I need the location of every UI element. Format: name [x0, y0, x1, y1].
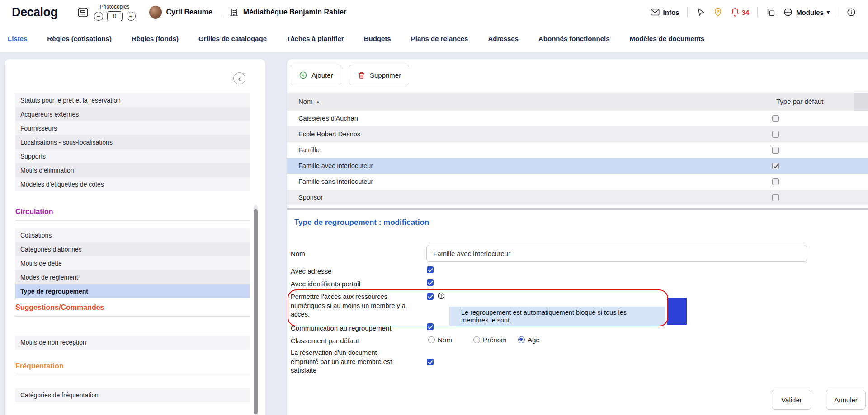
sidebar-section-frequentation: Fréquentation: [15, 362, 250, 370]
tab-grilles-de-catalogage[interactable]: Grilles de catalogage: [198, 35, 267, 42]
type-par-defaut-checkbox[interactable]: [772, 115, 779, 122]
classement-radio-nom-label[interactable]: Nom: [438, 336, 452, 344]
delete-button[interactable]: Supprimer: [349, 65, 409, 85]
annuler-button[interactable]: Annuler: [826, 390, 866, 410]
table-body: Caissières d'Auchan Ecole Robert Desnos …: [287, 111, 868, 205]
table-row-selected[interactable]: Famille avec interlocuteur: [287, 158, 868, 174]
type-par-defaut-checkbox[interactable]: [772, 147, 779, 154]
tab-modeles-de-documents[interactable]: Modèles de documents: [630, 35, 705, 42]
tab-adresses[interactable]: Adresses: [488, 35, 519, 42]
sidebar-item-supports[interactable]: Supports: [15, 149, 250, 163]
sidebar-scrollbar-thumb[interactable]: [254, 209, 258, 414]
acces-ressources-checkbox[interactable]: [427, 293, 434, 300]
table-row[interactable]: Famille: [287, 142, 868, 158]
tab-abonnes-fonctionnels[interactable]: Abonnés fonctionnels: [538, 35, 610, 42]
sidebar-item-localisations[interactable]: Localisations - sous-localisations: [15, 135, 250, 149]
tab-listes[interactable]: Listes: [8, 35, 27, 42]
photocopies-plus-button[interactable]: +: [127, 12, 136, 21]
table-row[interactable]: Famille sans interlocuteur: [287, 174, 868, 190]
user-name: Cyril Beaume: [166, 8, 212, 16]
sidebar-item-motifs-de-dette[interactable]: Motifs de dette: [15, 256, 250, 270]
sidebar-item-modeles-etiquettes[interactable]: Modèles d'étiquettes de cotes: [15, 177, 250, 191]
library-selector[interactable]: Médiathèque Benjamin Rabier: [229, 7, 347, 17]
sidebar-section-circulation: Circulation: [15, 208, 250, 216]
horizontal-scrollbar[interactable]: [287, 208, 868, 210]
chevron-down-icon: ▾: [827, 9, 830, 15]
topbar: Decalog Photocopies − 0 + Cyril Beaume M…: [0, 0, 868, 24]
photocopies-widget: Photocopies − 0 +: [77, 4, 136, 21]
photocopies-minus-button[interactable]: −: [94, 12, 103, 21]
modules-icon: [783, 7, 793, 17]
collapse-sidebar-button[interactable]: ‹: [233, 72, 245, 84]
classement-radio-prenom[interactable]: [473, 336, 480, 343]
row-nom: Sponsor: [287, 194, 323, 201]
row-nom: Famille: [287, 146, 320, 154]
topbar-actions: Infos 34 Modules ▾: [650, 7, 856, 17]
tab-taches-a-planifier[interactable]: Tâches à planifier: [287, 35, 344, 42]
tab-plans-de-relances[interactable]: Plans de relances: [411, 35, 468, 42]
building-icon: [229, 7, 239, 17]
reservation-checkbox[interactable]: [427, 359, 434, 365]
row-nom: Caissières d'Auchan: [287, 115, 358, 122]
table-row[interactable]: Ecole Robert Desnos: [287, 126, 868, 142]
sidebar-item-modes-de-reglement[interactable]: Modes de règlement: [15, 270, 250, 284]
tooltip-shadow: [667, 298, 687, 325]
divider: [15, 316, 250, 317]
communication-checkbox[interactable]: [427, 323, 434, 330]
add-button[interactable]: Ajouter: [291, 65, 341, 85]
type-par-defaut-checkbox[interactable]: [772, 178, 779, 185]
sidebar-item-motifs-de-non-reception[interactable]: Motifs de non réception: [15, 336, 250, 350]
table-row[interactable]: Caissières d'Auchan: [287, 111, 868, 126]
sidebar-list: Statuts pour le prêt et la réservation A…: [15, 93, 250, 402]
modules-label: Modules: [796, 9, 824, 16]
library-name: Médiathèque Benjamin Rabier: [243, 8, 347, 16]
sidebar-item-statuts-pret-reservation[interactable]: Statuts pour le prêt et la réservation: [15, 93, 250, 107]
communication-label: Communication au regroupement: [291, 324, 392, 333]
column-header-nom[interactable]: Nom▲: [298, 93, 320, 111]
classement-radio-prenom-label[interactable]: Prénom: [483, 336, 507, 344]
notifications-button[interactable]: 34: [730, 7, 749, 17]
bell-icon: [730, 7, 740, 17]
sidebar-item-acquereurs-externes[interactable]: Acquéreurs externes: [15, 107, 250, 121]
cursor-icon[interactable]: [696, 7, 706, 17]
classement-radio-age[interactable]: [518, 336, 525, 343]
sort-asc-icon: ▲: [316, 99, 320, 104]
divider: [15, 375, 250, 375]
user-menu[interactable]: Cyril Beaume: [149, 6, 212, 19]
sidebar-item-type-de-regroupement[interactable]: Type de regroupement: [15, 284, 250, 298]
table-row[interactable]: Sponsor: [287, 190, 868, 205]
trash-icon: [357, 71, 366, 79]
exclamation-circle-icon[interactable]: [437, 292, 445, 300]
envelope-icon: [650, 7, 660, 17]
sidebar-item-categories-de-frequentation[interactable]: Catégories de fréquentation: [15, 388, 250, 402]
location-pin-icon[interactable]: [713, 7, 723, 17]
sidebar-item-fournisseurs[interactable]: Fournisseurs: [15, 121, 250, 135]
type-par-defaut-checkbox[interactable]: [772, 194, 779, 201]
app-logo: Decalog: [12, 5, 58, 19]
row-nom: Ecole Robert Desnos: [287, 131, 360, 138]
avec-adresse-checkbox[interactable]: [427, 266, 434, 273]
info-circle-icon[interactable]: [846, 7, 856, 17]
avatar[interactable]: [149, 6, 162, 19]
type-par-defaut-checkbox[interactable]: [772, 131, 779, 138]
sidebar-item-categories-abonnes[interactable]: Catégories d'abonnés: [15, 242, 250, 256]
row-nom: Famille avec interlocuteur: [287, 162, 373, 169]
tab-regles-fonds[interactable]: Règles (fonds): [132, 35, 179, 42]
divider: [757, 7, 758, 17]
type-par-defaut-checkbox[interactable]: [772, 163, 779, 169]
duplicate-icon[interactable]: [766, 7, 776, 17]
avec-identifiants-portail-checkbox[interactable]: [427, 279, 434, 286]
tab-regles-cotisations[interactable]: Règles (cotisations): [47, 35, 112, 42]
sidebar-item-motifs-elimination[interactable]: Motifs d'élimination: [15, 163, 250, 177]
classement-label: Classement par défaut: [291, 336, 359, 345]
infos-button[interactable]: Infos: [650, 7, 679, 17]
nom-input[interactable]: [426, 245, 807, 262]
form-title: Type de regroupement : modification: [294, 218, 429, 227]
classement-radio-nom[interactable]: [428, 336, 435, 343]
modules-menu[interactable]: Modules ▾: [783, 7, 830, 17]
classement-radio-age-label[interactable]: Age: [528, 336, 540, 344]
sidebar-card: ‹ Statuts pour le prêt et la réservation…: [5, 59, 265, 415]
valider-button[interactable]: Valider: [772, 390, 811, 410]
tab-budgets[interactable]: Budgets: [364, 35, 391, 42]
sidebar-item-cotisations[interactable]: Cotisations: [15, 228, 250, 242]
